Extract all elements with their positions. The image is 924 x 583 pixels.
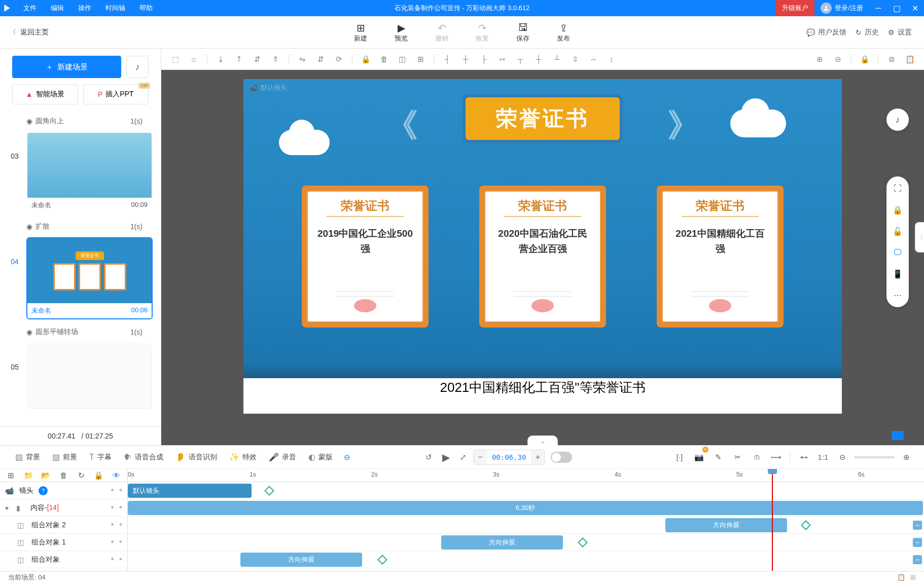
keyframe[interactable]: [377, 555, 387, 565]
mask-button[interactable]: ◐蒙版: [303, 450, 338, 465]
spacing-v-icon[interactable]: ↕: [603, 51, 620, 67]
settings-button[interactable]: ⚙ 设置: [888, 28, 912, 37]
home-icon[interactable]: ⌂: [186, 51, 202, 67]
stage-music-button[interactable]: ♪: [886, 108, 909, 131]
rewind-icon[interactable]: ↺: [421, 450, 437, 465]
align-top-icon[interactable]: ⤒: [231, 51, 247, 67]
align-right-icon[interactable]: ├: [476, 51, 492, 67]
transition-row[interactable]: ◉圆形平铺转场 1(s): [8, 323, 153, 341]
group-icon[interactable]: ⊞: [412, 51, 429, 67]
layer-camera[interactable]: 📹 镜头 ? ••: [0, 482, 127, 499]
paste-icon[interactable]: 📋: [902, 51, 918, 67]
maximize-button[interactable]: ▢: [887, 0, 906, 16]
edit-icon[interactable]: ✎: [710, 450, 726, 465]
folder2-icon[interactable]: 📂: [40, 469, 52, 483]
timeline-tracks[interactable]: 0s 1s 2s 3s 4s 5s 6s 默认镜头 6.30秒 方向伸展 −: [128, 469, 924, 571]
back-button[interactable]: 〈 返回主页: [0, 28, 58, 37]
folder-icon[interactable]: 📁: [23, 469, 34, 483]
menu-timeline[interactable]: 时间轴: [98, 0, 132, 16]
new-button[interactable]: ⊞ 新建: [340, 18, 381, 47]
subtitle-button[interactable]: T字幕: [84, 450, 117, 465]
asr-button[interactable]: 👂语音识别: [170, 450, 222, 465]
align-bottom-icon[interactable]: ⤓: [212, 51, 229, 67]
expand-icon[interactable]: ⤢: [456, 450, 471, 465]
align-bottom2-icon[interactable]: ┴: [549, 51, 565, 67]
play-icon[interactable]: ▶: [439, 450, 454, 465]
preview-button[interactable]: ▶ 预览: [381, 18, 421, 47]
lock-closed-icon[interactable]: 🔒: [891, 203, 905, 217]
refresh-icon[interactable]: ↻: [76, 469, 87, 483]
distribute-v-icon[interactable]: ⇳: [567, 51, 583, 67]
record-button[interactable]: 🎤录音: [264, 450, 301, 465]
scene-item-04[interactable]: 04 荣誉证书 未命名 00:06: [8, 235, 153, 323]
time-increase[interactable]: +: [531, 450, 544, 464]
toggle-switch[interactable]: [551, 452, 572, 463]
zoom-out-tl-icon[interactable]: ⊖: [835, 450, 850, 465]
flip-h-icon[interactable]: ⇋: [294, 51, 310, 67]
link-icon[interactable]: ⟿: [768, 450, 784, 465]
caret-down-icon[interactable]: ▾: [5, 504, 11, 512]
align-hcenter-icon[interactable]: ┼: [457, 51, 474, 67]
collapse-timeline-button[interactable]: ⌄: [527, 435, 558, 446]
keyframe[interactable]: [264, 486, 274, 496]
align-vcenter-icon[interactable]: ┼: [530, 51, 547, 67]
bracket-icon[interactable]: [·]: [672, 450, 687, 465]
remove-keyframe[interactable]: −: [913, 538, 922, 547]
more-icon[interactable]: ⋯: [891, 288, 905, 302]
zoom-slider[interactable]: [854, 456, 895, 458]
filter-icon[interactable]: ⫙: [749, 450, 764, 465]
new-scene-button[interactable]: ＋ 新建场景: [12, 56, 121, 78]
track-obj0[interactable]: 方向伸展 −: [128, 551, 924, 568]
layer-obj1[interactable]: ◫ 组合对象 1 ••: [0, 534, 127, 551]
time-spinner[interactable]: − 00:06.30 +: [473, 450, 545, 465]
layer-obj2[interactable]: ◫ 组合对象 2 ••: [0, 517, 127, 534]
scene-list[interactable]: ◉圆角向上 1(s) 03 未命名 00:09 ◉扩散 1(s) 04: [0, 110, 161, 426]
fit-icon[interactable]: 1:1: [815, 450, 831, 465]
menu-action[interactable]: 操作: [71, 0, 98, 16]
history-button[interactable]: ↻ 历史: [856, 28, 879, 37]
scene-item-03[interactable]: 03 未命名 00:09: [8, 130, 153, 218]
insert-ppt-button[interactable]: P 插入PPT VIP: [83, 84, 149, 104]
camera-block[interactable]: 默认镜头: [128, 484, 252, 498]
align-center-icon[interactable]: ⇑: [267, 51, 283, 67]
feedback-button[interactable]: 💬 用户反馈: [806, 28, 846, 37]
track-obj2[interactable]: 方向伸展 −: [128, 517, 924, 534]
flip-v-icon[interactable]: ⇵: [312, 51, 329, 67]
fx-button[interactable]: ✨特效: [224, 450, 262, 465]
marker-icon[interactable]: ⊷: [796, 450, 811, 465]
distribute-h-icon[interactable]: ⇿: [494, 51, 510, 67]
dot[interactable]: •: [111, 537, 114, 548]
fullscreen-icon[interactable]: ⛶: [891, 181, 905, 196]
zoom-in-icon[interactable]: ⊕: [811, 51, 828, 67]
timeline-ruler[interactable]: 0s 1s 2s 3s 4s 5s 6s: [128, 469, 924, 482]
anim-block[interactable]: 方向伸展: [240, 553, 362, 567]
playhead[interactable]: [772, 469, 773, 571]
menu-help[interactable]: 帮助: [132, 0, 160, 16]
bg-button[interactable]: ▨背景: [10, 450, 45, 465]
fg-button[interactable]: ▧前景: [47, 450, 82, 465]
align-middle-icon[interactable]: ⇵: [249, 51, 265, 67]
eye-icon[interactable]: 👁: [111, 469, 122, 483]
cut-icon[interactable]: ✂: [730, 450, 745, 465]
certificate-3[interactable]: 荣誉证书 2021中国精细化工百强: [657, 186, 784, 327]
desktop-icon[interactable]: 🖵: [891, 245, 905, 260]
track-camera[interactable]: 默认镜头: [128, 482, 924, 499]
dot[interactable]: •: [111, 485, 114, 496]
layer-obj0[interactable]: ◫ 组合对象 ••: [0, 551, 127, 568]
undo-button[interactable]: ↶ 撤销: [421, 18, 462, 47]
anim-block[interactable]: 方向伸展: [441, 535, 563, 550]
dot[interactable]: •: [119, 537, 122, 548]
save-button[interactable]: 🖫 保存: [503, 18, 543, 47]
publish-button[interactable]: ⇪ 发布: [543, 18, 584, 47]
close-button[interactable]: ✕: [906, 0, 924, 16]
lock-open-icon[interactable]: 🔓: [891, 224, 905, 238]
add-folder-icon[interactable]: ⊞: [5, 469, 17, 483]
remove-keyframe[interactable]: −: [913, 521, 922, 530]
stage[interactable]: 📹 默认镜头 《 》 荣誉证书 荣誉证书 2019中国化工企业500强: [243, 79, 842, 414]
transition-row[interactable]: ◉圆角向上 1(s): [8, 113, 153, 130]
tts-button[interactable]: 🗣语音合成: [119, 450, 168, 465]
dot[interactable]: •: [111, 554, 114, 565]
camera-icon[interactable]: 📷: [691, 450, 706, 465]
track-content[interactable]: 6.30秒: [128, 499, 924, 517]
minimize-button[interactable]: ─: [869, 0, 887, 16]
